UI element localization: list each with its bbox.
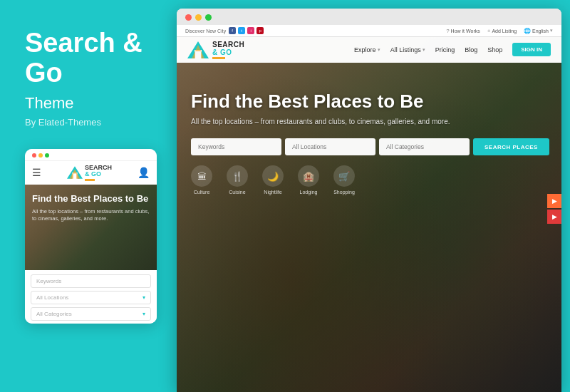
question-icon: ?: [446, 28, 449, 34]
search-button[interactable]: SEARCH PLACES: [473, 138, 549, 155]
category-label: Cuisine: [229, 190, 245, 195]
category-label: Culture: [194, 190, 210, 195]
desktop-logo-text: SEARCH & GO: [212, 41, 244, 59]
logo-arrow-icon: [67, 166, 83, 179]
sign-in-button[interactable]: SIGN IN: [512, 43, 551, 56]
menu-all-listings[interactable]: All Listings ▾: [390, 46, 425, 53]
category-item[interactable]: 🏨 Lodging: [298, 165, 319, 195]
desktop-categories: 🏛 Culture 🍴 Cuisine 🌙 Nightlife 🏨 Lodgin…: [191, 165, 547, 203]
chrome-dot-yellow: [195, 14, 202, 21]
dot-green: [45, 153, 49, 158]
keywords-input[interactable]: [191, 138, 281, 155]
mobile-categories-field[interactable]: All Categories ▾: [31, 307, 151, 321]
left-panel: Search & Go Theme By Elated-Themes ☰ SEA…: [0, 0, 177, 392]
instagram-icon[interactable]: i: [247, 27, 254, 34]
mobile-hero-title: Find the Best Places to Be: [32, 193, 150, 205]
user-icon[interactable]: 👤: [138, 167, 150, 178]
category-item[interactable]: 🏛 Culture: [191, 165, 212, 195]
category-icon: 🌙: [262, 165, 284, 187]
desktop-topbar: Discover New City f t i p ? How it Works…: [177, 25, 561, 37]
desktop-logo: SEARCH & GO: [187, 41, 244, 59]
mobile-preview: ☰ SEARCH & GO 👤 Find the Best Places to …: [25, 149, 157, 324]
explore-chevron-icon: ▾: [378, 47, 380, 53]
mobile-locations-field[interactable]: All Locations ▾: [31, 291, 151, 304]
menu-pricing[interactable]: Pricing: [435, 46, 455, 53]
mobile-nav: ☰ SEARCH & GO 👤: [25, 161, 157, 185]
window-chrome: [177, 9, 561, 25]
chrome-dot-green: [205, 14, 212, 21]
locations-chevron-icon: ▾: [142, 294, 145, 301]
social-icons: f t i p: [229, 27, 264, 34]
menu-explore[interactable]: Explore ▾: [354, 46, 380, 53]
category-item[interactable]: 🛒 Shopping: [333, 165, 355, 195]
mobile-search-fields: Keywords All Locations ▾ All Categories …: [25, 270, 157, 323]
mobile-hero-subtitle: All the top locations – from restaurants…: [32, 208, 150, 222]
hamburger-icon[interactable]: ☰: [32, 167, 41, 178]
category-label: Shopping: [333, 190, 355, 195]
main-title: Search & Go: [25, 29, 155, 88]
theme-subtitle: Theme: [25, 94, 155, 113]
locations-input[interactable]: [285, 138, 375, 155]
lang-chevron-icon: ▾: [550, 28, 553, 33]
category-item[interactable]: 🍴 Cuisine: [227, 165, 248, 195]
mobile-hero: Find the Best Places to Be All the top l…: [25, 185, 157, 270]
pinterest-icon[interactable]: p: [256, 27, 264, 34]
twitter-icon[interactable]: t: [238, 27, 245, 34]
desktop-logo-arrow-icon: [187, 41, 209, 58]
mobile-logo-text: SEARCH & GO: [85, 165, 112, 182]
hero-subtitle: All the top locations – from restaurants…: [191, 118, 547, 125]
mobile-dots: [32, 153, 49, 158]
desktop-hero: Find the Best Places to Be All the top l…: [177, 63, 561, 204]
desktop-site: Discover New City f t i p ? How it Works…: [177, 25, 561, 392]
side-buttons: ▶ ▶: [547, 194, 561, 224]
discover-label: Discover New City: [185, 29, 226, 33]
listings-chevron-icon: ▾: [423, 47, 425, 53]
categories-input[interactable]: [379, 138, 470, 155]
mobile-hero-content: Find the Best Places to Be All the top l…: [32, 193, 150, 222]
mobile-logo: SEARCH & GO: [67, 165, 112, 182]
dot-yellow: [38, 153, 43, 158]
add-listing-link[interactable]: + Add Listing: [487, 28, 517, 34]
notification-button-red[interactable]: ▶: [547, 210, 561, 224]
category-icon: 🍴: [227, 165, 248, 187]
desktop-search-bar: SEARCH PLACES: [191, 138, 547, 155]
menu-shop[interactable]: Shop: [487, 46, 502, 53]
facebook-icon[interactable]: f: [229, 27, 236, 34]
globe-icon: 🌐: [524, 28, 531, 34]
desktop-menu: Explore ▾ All Listings ▾ Pricing Blog Sh…: [354, 43, 551, 56]
mobile-window-chrome: [25, 149, 157, 161]
categories-chevron-icon: ▾: [142, 311, 145, 317]
category-label: Nightlife: [264, 190, 281, 195]
category-icon: 🛒: [333, 165, 355, 187]
how-it-works-link[interactable]: ? How it Works: [446, 28, 480, 34]
chrome-dot-red: [185, 14, 192, 21]
notification-button-orange[interactable]: ▶: [547, 194, 561, 208]
byline: By Elated-Themes: [25, 117, 155, 128]
category-icon: 🏨: [298, 165, 319, 187]
language-selector[interactable]: 🌐 English ▾: [524, 28, 553, 34]
menu-blog[interactable]: Blog: [465, 46, 477, 53]
dot-red: [32, 153, 36, 158]
desktop-nav: SEARCH & GO Explore ▾ All Listings ▾ Pri…: [177, 37, 561, 63]
hero-title: Find the Best Places to Be: [191, 91, 547, 113]
logo-yellow-bar: [85, 179, 95, 181]
desktop-preview: Discover New City f t i p ? How it Works…: [177, 9, 561, 392]
topbar-left: Discover New City f t i p: [185, 27, 264, 34]
category-label: Lodging: [300, 190, 318, 195]
category-item[interactable]: 🌙 Nightlife: [262, 165, 284, 195]
logo-bar: [212, 57, 225, 59]
mobile-keywords-field[interactable]: Keywords: [31, 274, 151, 288]
category-icon: 🏛: [191, 165, 212, 187]
add-icon: +: [487, 28, 491, 34]
topbar-right: ? How it Works + Add Listing 🌐 English ▾: [446, 28, 553, 34]
